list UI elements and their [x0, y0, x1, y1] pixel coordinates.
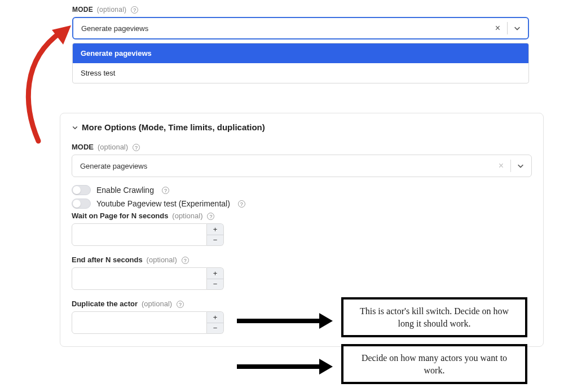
enable-crawling-toggle[interactable] [72, 185, 91, 195]
mode-top-select[interactable]: Generate pageviews × [72, 17, 529, 39]
youtube-pageview-label: Youtube Pageview test (Experimental) [96, 199, 230, 208]
mode-inner-label: MODE (optional) ? [72, 142, 532, 151]
more-options-title: More Options (Mode, Time limits, duplica… [82, 122, 265, 132]
chevron-down-icon [72, 124, 78, 131]
wait-seconds-input[interactable] [72, 223, 207, 246]
end-after-input[interactable] [72, 267, 207, 290]
mode-inner-value: Generate pageviews [80, 162, 495, 170]
youtube-pageview-toggle[interactable] [72, 199, 91, 209]
annotation-arrow [237, 362, 333, 371]
wait-step-down[interactable]: − [207, 235, 223, 246]
wait-step-up[interactable]: + [207, 224, 223, 235]
wait-label: Wait on Page for N seconds (optional) ? [72, 211, 532, 220]
divider [507, 22, 508, 34]
duplicate-stepper: + − [207, 311, 224, 334]
help-icon[interactable]: ? [177, 301, 184, 308]
kill-switch-callout: This is actor's kill switch. Decide on h… [341, 297, 527, 337]
help-icon[interactable]: ? [131, 6, 138, 14]
help-icon[interactable]: ? [162, 187, 169, 194]
dup-step-up[interactable]: + [207, 312, 223, 323]
mode-top-dropdown: Generate pageviews Stress test [72, 43, 529, 83]
dup-step-down[interactable]: − [207, 323, 223, 334]
mode-top-label: MODE (optional) ? [72, 5, 529, 14]
help-icon[interactable]: ? [207, 213, 214, 220]
end-step-up[interactable]: + [207, 268, 223, 279]
mode-top-value: Generate pageviews [81, 24, 492, 33]
clear-icon[interactable]: × [492, 23, 504, 33]
help-icon[interactable]: ? [182, 257, 189, 264]
enable-crawling-label: Enable Crawling [96, 186, 154, 195]
chevron-down-icon[interactable] [511, 24, 523, 32]
more-options-header[interactable]: More Options (Mode, Time limits, duplica… [72, 122, 532, 132]
help-icon[interactable]: ? [238, 200, 245, 208]
duplicate-callout: Decide on how many actors you want to wo… [341, 344, 527, 384]
help-icon[interactable]: ? [133, 144, 140, 151]
divider [510, 160, 511, 172]
end-after-label: End after N seconds (optional) ? [72, 255, 532, 264]
mode-option-generate-pageviews[interactable]: Generate pageviews [73, 43, 528, 63]
wait-seconds-stepper: + − [207, 223, 224, 246]
end-after-stepper: + − [207, 267, 224, 290]
end-step-down[interactable]: − [207, 279, 223, 290]
clear-icon[interactable]: × [495, 161, 507, 171]
mode-option-stress-test[interactable]: Stress test [73, 63, 528, 83]
duplicate-actor-input[interactable] [72, 311, 207, 334]
chevron-down-icon[interactable] [514, 162, 527, 170]
mode-inner-select[interactable]: Generate pageviews × [72, 155, 532, 177]
